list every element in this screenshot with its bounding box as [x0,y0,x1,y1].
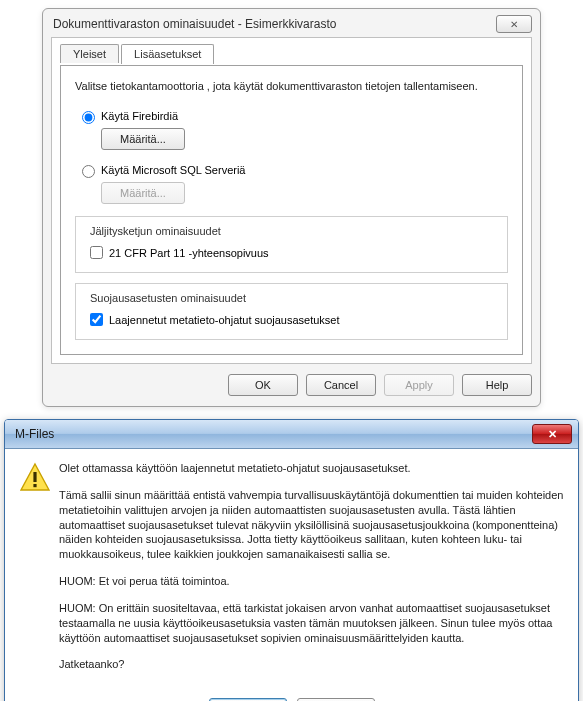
radio-firebird-row: Käytä Firebirdiä [77,108,508,124]
tab-advanced[interactable]: Lisäasetukset [121,44,214,64]
help-button-label: Help [486,379,509,391]
description-text: Valitse tietokantamoottoria , jota käytä… [75,80,508,92]
apply-button: Apply [384,374,454,396]
svg-rect-2 [33,484,36,487]
msg-p1: Olet ottamassa käyttöön laajennetut meta… [59,461,564,476]
apply-button-label: Apply [405,379,433,391]
msg-close-button[interactable]: ✕ [532,424,572,444]
msg-body: Olet ottamassa käyttöön laajennetut meta… [5,449,578,694]
help-button[interactable]: Help [462,374,532,396]
radio-firebird[interactable] [82,111,95,124]
svg-rect-1 [33,472,36,482]
close-icon: ✕ [510,19,519,30]
close-icon: ✕ [548,428,557,441]
tab-panel-advanced: Valitse tietokantamoottoria , jota käytä… [60,65,523,355]
confirmation-dialog: M-Files ✕ Olet ottamassa käyttöön laajen… [4,419,579,701]
titlebar: Dokumenttivaraston ominaisuudet - Esimer… [43,9,540,37]
define-firebird-button[interactable]: Määritä... [101,128,185,150]
checkbox-cfr21-label: 21 CFR Part 11 -yhteensopivuus [109,247,269,259]
msg-p3: HUOM: Et voi perua tätä toimintoa. [59,574,564,589]
checkbox-cfr21[interactable] [90,246,103,259]
vault-properties-dialog: Dokumenttivaraston ominaisuudet - Esimer… [42,8,541,407]
checkbox-extended-security[interactable] [90,313,103,326]
msg-titlebar: M-Files ✕ [5,420,578,449]
security-group: Suojausasetusten ominaisuudet Laajennetu… [75,283,508,340]
tab-general[interactable]: Yleiset [60,44,119,63]
radio-mssql-label: Käytä Microsoft SQL Serveriä [101,164,245,176]
window-title: Dokumenttivaraston ominaisuudet - Esimer… [53,17,496,31]
close-button[interactable]: ✕ [496,15,532,33]
define-mssql-label: Määritä... [120,187,166,199]
tab-strip: Yleiset Lisäasetukset [60,44,531,66]
msg-text: Olet ottamassa käyttöön laajennetut meta… [59,461,564,684]
warning-icon [19,461,51,684]
define-firebird-label: Määritä... [120,133,166,145]
msg-title: M-Files [11,427,532,441]
tab-advanced-label: Lisäasetukset [134,48,201,60]
cancel-button[interactable]: Cancel [306,374,376,396]
tab-general-label: Yleiset [73,48,106,60]
audit-trail-group: Jäljitysketjun ominaisuudet 21 CFR Part … [75,216,508,273]
define-mssql-button: Määritä... [101,182,185,204]
ok-button-label: OK [255,379,271,391]
radio-mssql-row: Käytä Microsoft SQL Serveriä [77,162,508,178]
radio-firebird-label: Käytä Firebirdiä [101,110,178,122]
ok-button[interactable]: OK [228,374,298,396]
dialog-button-row: OK Cancel Apply Help [43,374,532,396]
tab-container: Yleiset Lisäasetukset Valitse tietokanta… [51,37,532,364]
msg-p5: Jatketaanko? [59,657,564,672]
checkbox-extended-security-label: Laajennetut metatieto-ohjatut suojausase… [109,314,340,326]
msg-p4: HUOM: On erittäin suositeltavaa, että ta… [59,601,564,646]
msg-p2: Tämä sallii sinun määrittää entistä vahv… [59,488,564,562]
radio-mssql[interactable] [82,165,95,178]
audit-trail-legend: Jäljitysketjun ominaisuudet [86,225,225,237]
security-group-legend: Suojausasetusten ominaisuudet [86,292,250,304]
msg-button-row: Kyllä Ei [5,694,578,701]
cancel-button-label: Cancel [324,379,358,391]
